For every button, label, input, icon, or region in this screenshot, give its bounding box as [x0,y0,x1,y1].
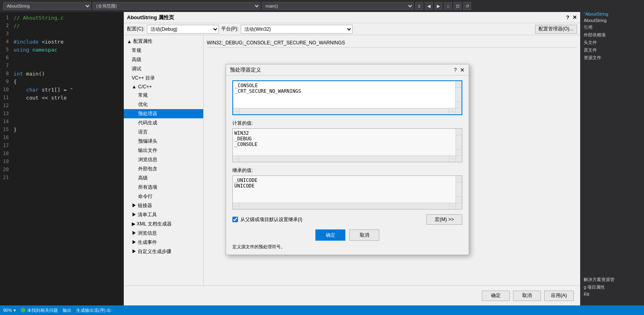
property-dialog-help-btn[interactable]: ? [566,14,569,20]
tree-item-optimization[interactable]: 优化 [124,100,203,109]
code-line-6: 6 [0,54,124,62]
config-label: 配置(C): [127,26,145,32]
code-line-10: 10 char str1[] = " [0,86,124,94]
code-line-3: 3 [0,30,124,38]
preproc-edit-hscrollbar: ◀ ▶ [233,108,455,114]
tree-item-precompiled[interactable]: 预编译头 [124,137,203,146]
tree-item-build-events[interactable]: ▶ 生成事件 [124,238,203,247]
tree-item-codegen[interactable]: 代码生成 [124,118,203,128]
tree-item-output-files[interactable]: 输出文件 [124,146,203,155]
preproc-computed-scroll-left[interactable]: ◀ [233,156,239,162]
tree-item-preprocessor[interactable]: 预处理器 [124,109,203,118]
tree-item-vc-dirs[interactable]: VC++ 目录 [124,74,203,83]
right-panel-item-aboutstring[interactable]: AboutString [582,17,642,24]
nav-bookmark-btn[interactable]: ⊡ [454,2,462,10]
solution-explorer-link[interactable]: 解决方案资源管 [584,276,641,283]
code-line-5: 5 using namespac [0,46,124,54]
code-line-9: 9 { [0,78,124,86]
preproc-macro-btn[interactable]: 宏(M) >> [426,214,462,225]
tree-item-command-line[interactable]: 命令行 [124,192,203,201]
right-panel-item-headers[interactable]: 头文件 [582,39,642,46]
preproc-edit-scroll-up[interactable]: ▲ [456,81,462,88]
preproc-inherited-hscrollbar: ◀ ▶ [233,203,456,209]
tree-item-external-include[interactable]: 外部包含 [124,164,203,173]
preproc-close-btn[interactable]: ✕ [460,67,465,73]
preproc-action-buttons: 确定 取消 [232,229,462,241]
preproc-edit-scroll-left[interactable]: ◀ [233,108,240,114]
preproc-inherit-checkbox[interactable] [232,217,238,222]
code-line-15: 15 } [0,126,124,134]
nav-home-btn[interactable]: ⌂ [444,2,452,10]
preproc-inherited-scroll-up[interactable]: ▲ [456,176,462,182]
preproc-computed-corner [456,156,462,162]
right-panel-item-resources[interactable]: 资源文件 [582,54,642,62]
preproc-edit-scroll-right[interactable]: ▶ [449,108,455,114]
nav-plus-btn[interactable]: ± [415,2,423,10]
preproc-help-btn[interactable]: ? [454,67,457,73]
platform-label: 平台(P): [221,26,238,32]
tree-item-all-options[interactable]: 所有选项 [124,183,203,192]
tree-item-debug[interactable]: 调试 [124,64,203,74]
preproc-title-text: 预处理器定义 [230,66,261,74]
code-line-13: 13 [0,110,124,118]
preproc-computed-scroll-down[interactable]: ▼ [456,149,462,156]
preproc-inherited-scrollbar: ▲ ▼ [456,176,462,203]
project-properties-link[interactable]: g 项目属性 [584,283,641,291]
status-green-dot [21,308,26,313]
code-line-7: 7 [0,62,124,70]
preproc-computed-scroll-right[interactable]: ▶ [449,156,456,162]
right-panel-item-external-deps[interactable]: 外部依赖项 [582,31,642,39]
property-config-toolbar: 配置(C): 活动(Debug) 平台(P): 活动(Win32) 配置管理器(… [124,23,580,35]
code-line-20: 20 [0,165,124,173]
right-panel-item-references[interactable]: 引用 [582,24,642,31]
property-apply-btn[interactable]: 应用(A) [544,291,574,301]
preproc-edit-scrollbar: ▲ ▼ [455,81,462,108]
nav-back-btn[interactable]: ◀ [425,2,433,10]
preproc-edit-scroll-down[interactable]: ▼ [456,102,462,108]
preproc-inherited-scroll-left[interactable]: ◀ [233,203,239,209]
preproc-corner [455,108,462,114]
preproc-computed-hscrollbar: ◀ ▶ [233,156,456,162]
right-panel-bottom: 解决方案资源管 g 项目属性 RIt [581,274,644,299]
platform-select[interactable]: 活动(Win32) [241,25,353,34]
tree-item-cpp[interactable]: ▲ C/C++ [124,83,203,91]
property-cancel-btn[interactable]: 取消 [513,291,541,301]
preproc-inherited-scroll-right[interactable]: ▶ [449,203,456,209]
config-select[interactable]: 活动(Debug) [147,25,219,34]
property-ok-btn[interactable]: 确定 [482,291,510,301]
preproc-computed-scroll-up[interactable]: ▲ [456,129,462,135]
code-line-1: 1 // AboutString.c [0,14,124,22]
preproc-inherited-scroll-down[interactable]: ▼ [456,196,462,203]
nav-forward-btn[interactable]: ▶ [434,2,442,10]
tree-item-linker[interactable]: ▶ 链接器 [124,201,203,210]
scope-select[interactable]: (全局范围) [93,2,260,10]
tree-item-custom-build[interactable]: ▶ 自定义生成步骤 [124,247,203,256]
tree-item-xml-doc[interactable]: ▶ XML 文档生成器 [124,219,203,229]
status-bar: 90% ▾ 未找到相关问题 输出 生成输出流(序) 出: [0,305,644,315]
tree-item-advanced2[interactable]: 高级 [124,173,203,183]
nav-refresh-btn[interactable]: ↺ [463,2,471,10]
status-output-tab[interactable]: 输出 [63,307,71,313]
preproc-inherit-label: 从父级或项目默认设置继承(I) [240,216,302,223]
tree-item-language[interactable]: 语言 [124,128,203,137]
tree-item-cpp-general[interactable]: 常规 [124,91,203,100]
code-line-2: 2 // [0,22,124,30]
code-editor: 1 // AboutString.c 2 // 3 4 #include <io… [0,12,124,305]
preproc-ok-btn[interactable]: 确定 [315,229,345,241]
tree-item-config-root[interactable]: ▲ 配置属性 [124,37,203,46]
preproc-cancel-btn[interactable]: 取消 [349,229,379,241]
right-panel-item-sources[interactable]: 原文件 [582,46,642,54]
computed-label: 计算的值: [232,120,462,127]
preproc-description: 定义源文件的预处理符号。 [232,244,462,250]
config-manager-btn[interactable]: 配置管理器(O)... [535,25,577,34]
inherited-label: 继承的值: [232,167,462,174]
property-dialog-close-btn[interactable]: ✕ [573,14,577,20]
function-select[interactable]: main() [262,2,414,10]
project-select[interactable]: AboutString [3,2,91,10]
tree-item-general[interactable]: 常规 [124,46,203,55]
tree-item-manifest[interactable]: ▶ 清单工具 [124,210,203,219]
code-line-11: 11 cout << strle [0,94,124,102]
tree-item-browse-info[interactable]: 浏览信息 [124,155,203,164]
tree-item-browse-info2[interactable]: ▶ 浏览信息 [124,229,203,238]
tree-item-advanced[interactable]: 高级 [124,55,203,64]
